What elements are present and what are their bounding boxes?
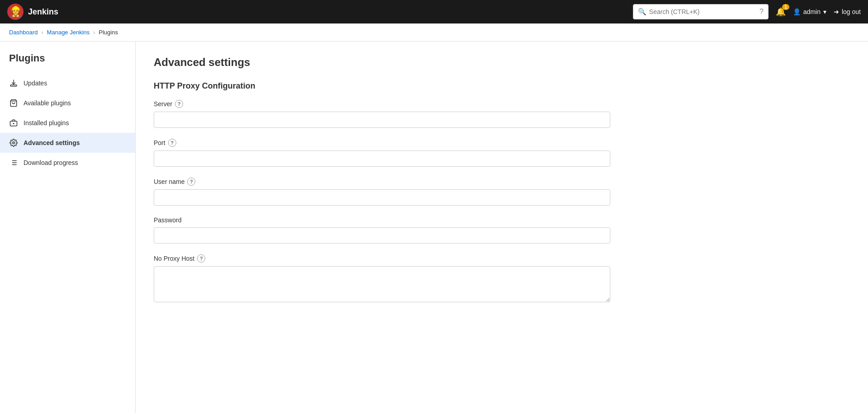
username-help-icon[interactable]: ? bbox=[187, 178, 195, 186]
notification-bell[interactable]: 🔔 1 bbox=[776, 7, 786, 17]
sidebar-item-installed-plugins[interactable]: Installed plugins bbox=[0, 113, 135, 133]
page-title: Advanced settings bbox=[154, 56, 850, 69]
password-input[interactable] bbox=[154, 227, 610, 244]
no-proxy-host-label-text: No Proxy Host bbox=[154, 255, 194, 262]
no-proxy-host-input[interactable] bbox=[154, 266, 610, 302]
breadcrumb-sep-2: › bbox=[93, 29, 95, 36]
header-actions: 🔔 1 👤 admin ▾ ➜ log out bbox=[776, 7, 861, 17]
section-title: HTTP Proxy Configuration bbox=[154, 81, 850, 91]
user-menu[interactable]: 👤 admin ▾ bbox=[793, 8, 826, 15]
logout-icon: ➜ bbox=[834, 8, 839, 15]
content-area: Advanced settings HTTP Proxy Configurati… bbox=[136, 42, 868, 413]
search-bar: 🔍 ? bbox=[633, 4, 769, 19]
search-icon: 🔍 bbox=[638, 8, 646, 16]
logout-button[interactable]: ➜ log out bbox=[834, 8, 861, 15]
server-input[interactable] bbox=[154, 112, 610, 128]
no-proxy-host-help-icon[interactable]: ? bbox=[197, 254, 205, 263]
port-input[interactable] bbox=[154, 150, 610, 167]
puzzle-icon bbox=[9, 118, 18, 127]
sidebar: Plugins Updates bbox=[0, 42, 136, 413]
form-group-username: User name ? bbox=[154, 178, 850, 206]
breadcrumb: Dashboard › Manage Jenkins › Plugins bbox=[0, 23, 868, 42]
sidebar-item-download-progress[interactable]: Download progress bbox=[0, 153, 135, 173]
user-icon: 👤 bbox=[793, 8, 801, 15]
sidebar-item-advanced-settings-label: Advanced settings bbox=[24, 139, 80, 146]
password-label-text: Password bbox=[154, 216, 181, 224]
user-name: admin bbox=[803, 8, 821, 15]
breadcrumb-plugins: Plugins bbox=[99, 29, 118, 36]
svg-rect-0 bbox=[10, 85, 17, 86]
port-label-text: Port bbox=[154, 139, 165, 146]
username-input[interactable] bbox=[154, 189, 610, 206]
header: 👷 Jenkins 🔍 ? 🔔 1 👤 admin ▾ ➜ log out bbox=[0, 0, 868, 23]
port-label: Port ? bbox=[154, 139, 850, 147]
form-group-port: Port ? bbox=[154, 139, 850, 167]
sidebar-item-advanced-settings[interactable]: Advanced settings bbox=[0, 133, 135, 153]
main-layout: Plugins Updates bbox=[0, 42, 868, 413]
sidebar-item-installed-plugins-label: Installed plugins bbox=[24, 119, 69, 127]
brand[interactable]: 👷 Jenkins bbox=[7, 4, 58, 20]
bag-icon bbox=[9, 99, 18, 108]
search-help-icon[interactable]: ? bbox=[760, 8, 764, 16]
no-proxy-host-label: No Proxy Host ? bbox=[154, 254, 850, 263]
form-group-password: Password bbox=[154, 216, 850, 244]
breadcrumb-dashboard[interactable]: Dashboard bbox=[9, 29, 38, 36]
breadcrumb-sep-1: › bbox=[42, 29, 43, 36]
logout-label: log out bbox=[842, 8, 861, 15]
brand-name: Jenkins bbox=[28, 7, 58, 17]
chevron-down-icon: ▾ bbox=[823, 8, 826, 15]
sidebar-item-updates[interactable]: Updates bbox=[0, 73, 135, 93]
svg-point-4 bbox=[13, 142, 15, 144]
download-icon bbox=[9, 79, 18, 88]
server-label: Server ? bbox=[154, 100, 850, 108]
gear-icon bbox=[9, 138, 18, 147]
search-input[interactable] bbox=[649, 8, 757, 15]
server-label-text: Server bbox=[154, 100, 172, 108]
jenkins-logo: 👷 bbox=[7, 4, 24, 20]
list-icon bbox=[9, 158, 18, 167]
notification-badge: 1 bbox=[782, 4, 789, 10]
sidebar-item-available-plugins[interactable]: Available plugins bbox=[0, 93, 135, 113]
server-help-icon[interactable]: ? bbox=[175, 100, 183, 108]
form-group-server: Server ? bbox=[154, 100, 850, 128]
port-help-icon[interactable]: ? bbox=[168, 139, 176, 147]
username-label: User name ? bbox=[154, 178, 850, 186]
sidebar-item-available-plugins-label: Available plugins bbox=[24, 99, 71, 107]
username-label-text: User name bbox=[154, 178, 184, 185]
sidebar-title: Plugins bbox=[0, 52, 135, 73]
sidebar-item-download-progress-label: Download progress bbox=[24, 159, 78, 166]
breadcrumb-manage-jenkins[interactable]: Manage Jenkins bbox=[47, 29, 90, 36]
password-label: Password bbox=[154, 216, 850, 224]
sidebar-item-updates-label: Updates bbox=[24, 80, 47, 87]
sidebar-nav: Updates Available plugins bbox=[0, 73, 135, 173]
form-group-no-proxy-host: No Proxy Host ? bbox=[154, 254, 850, 304]
